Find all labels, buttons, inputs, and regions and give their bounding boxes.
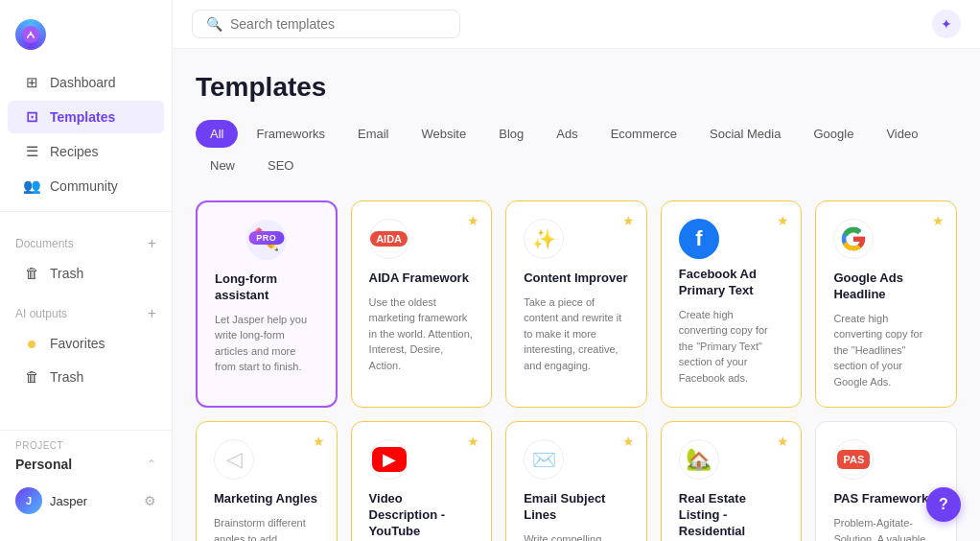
tab-google[interactable]: Google (799, 120, 868, 148)
tab-seo[interactable]: SEO (253, 152, 308, 179)
recipes-icon: ☰ (23, 143, 40, 160)
template-card-aida[interactable]: ★ AIDA AIDA Framework Use the oldest mar… (351, 200, 493, 408)
card-desc: Brainstorm different angles to add vibra… (214, 515, 319, 541)
template-card-pas[interactable]: PAS PAS Framework Problem-Agitate-Soluti… (815, 421, 957, 541)
card-title: Google Ads Headline (833, 270, 939, 303)
template-card-real-estate[interactable]: ★ 🏡 Real Estate Listing - Residential Cr… (661, 421, 803, 541)
star-topbar-icon[interactable]: ✦ (932, 10, 961, 38)
sidebar-bottom: PROJECT Personal ⌃ J Jasper ⚙ (0, 430, 172, 529)
app-logo (15, 19, 46, 50)
tab-email[interactable]: Email (343, 120, 404, 148)
star-icon: ★ (467, 434, 479, 449)
topbar-right: ✦ (932, 10, 961, 38)
filter-tabs: All Frameworks Email Website Blog Ads Ec… (196, 120, 957, 179)
ai-outputs-section: AI outputs + (0, 297, 172, 326)
topbar: 🔍 ✦ (173, 0, 980, 49)
star-icon: ★ (777, 213, 789, 228)
template-card-facebook-ad[interactable]: ★ f Facebook Ad Primary Text Create high… (661, 200, 803, 408)
sidebar-item-recipes[interactable]: ☰ Recipes (8, 135, 164, 168)
card-icon-aida: AIDA (369, 219, 409, 259)
sidebar-item-label: Favorites (50, 336, 105, 351)
star-icon: ★ (932, 213, 945, 228)
sidebar-item-community[interactable]: 👥 Community (8, 170, 164, 202)
sidebar-item-trash-ai[interactable]: 🗑 Trash (8, 361, 164, 392)
card-desc: Problem-Agitate-Solution. A valuable fra… (833, 515, 939, 541)
template-card-email-subject[interactable]: ★ ✉️ Email Subject Lines Write compellin… (505, 421, 647, 541)
card-title: PAS Framework (833, 491, 939, 507)
tab-website[interactable]: Website (407, 120, 480, 148)
card-title: Facebook Ad Primary Text (679, 267, 784, 299)
tab-all[interactable]: All (196, 120, 238, 148)
documents-add-button[interactable]: + (148, 235, 156, 252)
card-title: Video Description - YouTube (369, 491, 475, 540)
sidebar-item-label: Community (50, 178, 118, 194)
card-icon-house: 🏡 (679, 439, 719, 480)
help-button[interactable]: ? (926, 487, 961, 522)
card-title: Long-form assistant (215, 271, 318, 304)
card-desc: Create high converting copy for the "Pri… (679, 307, 784, 390)
trash-icon: 🗑 (23, 265, 40, 281)
chevron-icon: ⌃ (147, 458, 156, 471)
documents-section: Documents + (0, 227, 172, 256)
tab-ads[interactable]: Ads (542, 120, 592, 148)
card-title: Content Improver (524, 270, 629, 287)
sidebar-item-label: Dashboard (50, 75, 116, 90)
sidebar-item-label: Trash (50, 266, 83, 281)
page-title: Templates (196, 72, 957, 103)
sidebar-item-trash-docs[interactable]: 🗑 Trash (8, 257, 164, 289)
card-desc: Use the oldest marketing framework in th… (369, 294, 475, 389)
user-name: Jasper (50, 494, 144, 508)
card-icon-google (833, 219, 874, 259)
community-icon: 👥 (23, 177, 40, 195)
pro-badge: PRO (248, 231, 284, 245)
card-icon-youtube: ▶ (369, 439, 409, 480)
search-input[interactable] (230, 16, 446, 32)
card-icon-content: ✨ (524, 219, 564, 259)
main-content: 🔍 ✦ Templates All Frameworks Email Websi… (173, 0, 980, 541)
template-card-content-improver[interactable]: ★ ✨ Content Improver Take a piece of con… (505, 200, 647, 408)
star-icon: ★ (622, 213, 635, 228)
star-icon: ★ (622, 434, 635, 449)
project-label: PROJECT (8, 440, 164, 451)
template-card-google-ads[interactable]: ★ Google Ads Headline Create high conver… (815, 200, 957, 408)
tab-new[interactable]: New (196, 152, 249, 179)
card-icon-pas: PAS (833, 439, 874, 480)
card-title: Email Subject Lines (524, 491, 629, 524)
tab-frameworks[interactable]: Frameworks (242, 120, 339, 148)
logo-area (0, 12, 172, 65)
template-card-long-form[interactable]: ✏️ PRO Long-form assistant Let Jasper he… (196, 200, 338, 408)
sidebar-item-label: Recipes (50, 144, 99, 159)
card-icon-marketing: ◁ (214, 439, 254, 480)
gear-icon[interactable]: ⚙ (144, 493, 156, 508)
user-row: J Jasper ⚙ (8, 482, 164, 520)
card-title: AIDA Framework (369, 270, 475, 287)
sidebar-item-templates[interactable]: ⊡ Templates (8, 101, 164, 133)
ai-outputs-add-button[interactable]: + (148, 305, 156, 322)
dashboard-icon: ⊞ (23, 74, 40, 91)
template-card-video-desc[interactable]: ★ ▶ Video Description - YouTube Create u… (351, 421, 493, 541)
content-area: Templates All Frameworks Email Website B… (173, 49, 980, 541)
card-title: Marketing Angles (214, 491, 319, 507)
card-title: Real Estate Listing - Residential (679, 491, 784, 540)
star-icon: ★ (313, 434, 325, 449)
tab-ecommerce[interactable]: Ecommerce (596, 120, 691, 148)
search-box[interactable]: 🔍 (192, 10, 460, 38)
project-name: Personal (15, 457, 72, 472)
card-icon-facebook: f (679, 219, 719, 259)
tab-video[interactable]: Video (872, 120, 932, 148)
sidebar-item-label: Templates (50, 109, 115, 125)
tab-social-media[interactable]: Social Media (695, 120, 795, 148)
templates-icon: ⊡ (23, 108, 40, 126)
sidebar: ⊞ Dashboard ⊡ Templates ☰ Recipes 👥 Comm… (0, 0, 173, 541)
sidebar-item-dashboard[interactable]: ⊞ Dashboard (8, 66, 164, 99)
card-desc: Write compelling email subject lines tha… (524, 531, 629, 541)
template-card-marketing-angles[interactable]: ★ ◁ Marketing Angles Brainstorm differen… (196, 421, 338, 541)
tab-blog[interactable]: Blog (484, 120, 538, 148)
template-grid: ✏️ PRO Long-form assistant Let Jasper he… (196, 200, 957, 541)
sidebar-item-favorites[interactable]: Favorites (8, 327, 164, 359)
project-selector[interactable]: Personal ⌃ (8, 451, 164, 478)
card-desc: Let Jasper help you write long-form arti… (215, 312, 318, 389)
avatar: J (15, 487, 42, 514)
svg-point-1 (30, 32, 32, 34)
card-desc: Create high converting copy for the "Hea… (833, 311, 939, 390)
